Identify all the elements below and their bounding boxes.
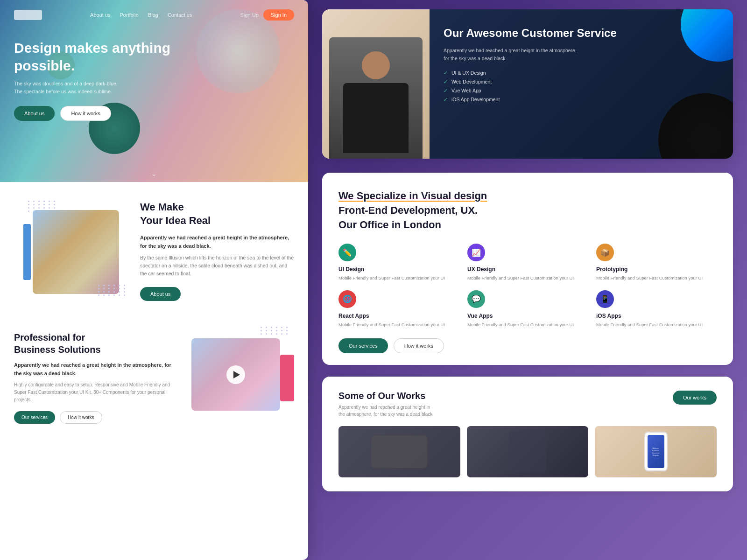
specialize-section: We Specialize in Visual design Front-End… bbox=[322, 173, 733, 365]
pro-services-button[interactable]: Our services bbox=[14, 411, 55, 424]
customer-desc: Apparently we had reached a great height… bbox=[444, 47, 584, 63]
ios-name: iOS Apps bbox=[596, 313, 717, 319]
pro-desc-bold: Apparently we had reached a great height… bbox=[14, 361, 177, 378]
check-icon-3: ✓ bbox=[444, 88, 448, 94]
feature-item-2: ✓ Web Development bbox=[444, 79, 719, 85]
make-blue-bar bbox=[23, 224, 31, 280]
pro-section: Professional for Business Solutions Appa… bbox=[0, 317, 308, 433]
nav-contact[interactable]: Contact us bbox=[168, 12, 192, 18]
nav-logo bbox=[14, 10, 42, 20]
make-about-button[interactable]: About us bbox=[140, 287, 181, 301]
hero-about-button[interactable]: About us bbox=[14, 106, 55, 121]
feature-label-2: Web Development bbox=[451, 79, 492, 84]
nav-blog[interactable]: Blog bbox=[148, 12, 158, 18]
pro-play-button[interactable] bbox=[226, 365, 245, 384]
make-title: We Make Your Idea Real bbox=[140, 201, 294, 227]
make-main-image bbox=[33, 210, 119, 294]
hero-subtitle: The sky was cloudless and of a deep dark… bbox=[14, 80, 154, 96]
person-head bbox=[362, 51, 390, 79]
react-desc: Mobile Friendly and Super Fast Customiza… bbox=[338, 322, 459, 328]
specialize-services-button[interactable]: Our services bbox=[338, 338, 388, 353]
pro-title: Professional for Business Solutions bbox=[14, 331, 177, 356]
proto-name: Prototyping bbox=[596, 266, 717, 273]
pro-buttons: Our services How it works bbox=[14, 411, 177, 424]
right-panel: Our Awesome Customer Service Apparently … bbox=[308, 0, 747, 560]
service-item-ios: 📱 iOS Apps Mobile Friendly and Super Fas… bbox=[596, 290, 717, 328]
works-header: Some of Our Works Apparently we had reac… bbox=[338, 391, 717, 418]
works-section: Some of Our Works Apparently we had reac… bbox=[322, 377, 733, 491]
feature-item-3: ✓ Vue Web App bbox=[444, 88, 719, 94]
hand-phone-image bbox=[509, 431, 546, 473]
pro-pink-accent bbox=[280, 355, 294, 401]
react-icon: 🌐 bbox=[338, 290, 356, 308]
hero-section: About us Portfolio Blog Contact us Sign … bbox=[0, 0, 308, 182]
feature-label-3: Vue Web App bbox=[451, 88, 481, 93]
work-dots bbox=[697, 428, 714, 434]
pro-desc: Highly configurable and easy to setup. R… bbox=[14, 381, 177, 404]
pro-dots-top bbox=[261, 327, 289, 335]
customer-info: Our Awesome Customer Service Apparently … bbox=[430, 9, 733, 159]
service-item-proto: 📦 Prototyping Mobile Friendly and Super … bbox=[596, 244, 717, 281]
ios-desc: Mobile Friendly and Super Fast Customiza… bbox=[596, 322, 717, 328]
ui-design-name: UI Design bbox=[338, 266, 459, 273]
person-silhouette bbox=[329, 37, 423, 159]
left-panel: About us Portfolio Blog Contact us Sign … bbox=[0, 0, 308, 560]
works-title: Some of Our Works bbox=[338, 391, 434, 401]
work-thumb-3: Believe.Achieve.Succeed.Repeat. bbox=[595, 426, 717, 477]
phone-mockup: Believe.Achieve.Succeed.Repeat. bbox=[644, 432, 668, 471]
phone-screen: Believe.Achieve.Succeed.Repeat. bbox=[648, 435, 664, 468]
our-works-button[interactable]: Our works bbox=[673, 391, 717, 405]
nav-about[interactable]: About us bbox=[90, 12, 110, 18]
ios-icon: 📱 bbox=[596, 290, 614, 308]
feature-label-4: iOS App Development bbox=[451, 97, 500, 102]
vue-name: Vue Apps bbox=[467, 313, 588, 319]
sign-in-button[interactable]: Sign In bbox=[263, 9, 294, 21]
service-item-ui: ✏️ UI Design Mobile Friendly and Super F… bbox=[338, 244, 459, 281]
react-name: React Apps bbox=[338, 313, 459, 319]
make-section: We Make Your Idea Real Apparently we had… bbox=[0, 182, 308, 317]
check-icon-1: ✓ bbox=[444, 70, 448, 76]
pro-content: Professional for Business Solutions Appa… bbox=[14, 331, 177, 424]
hero-buttons: About us How it works bbox=[14, 106, 294, 121]
service-item-ux: 📈 UX Design Mobile Friendly and Super Fa… bbox=[467, 244, 588, 281]
person-body bbox=[343, 83, 409, 153]
services-grid: ✏️ UI Design Mobile Friendly and Super F… bbox=[338, 244, 717, 328]
check-icon-4: ✓ bbox=[444, 97, 448, 103]
nav-portfolio[interactable]: Portfolio bbox=[120, 12, 139, 18]
pro-video-thumbnail bbox=[191, 338, 280, 411]
make-content: We Make Your Idea Real Apparently we had… bbox=[140, 201, 294, 303]
specialize-buttons: Our services How it works bbox=[338, 338, 717, 353]
specialize-how-button[interactable]: How it works bbox=[394, 338, 444, 353]
customer-features: ✓ UI & UX Design ✓ Web Development ✓ Vue… bbox=[444, 70, 719, 103]
hero-how-button[interactable]: How it works bbox=[60, 106, 111, 121]
works-title-area: Some of Our Works Apparently we had reac… bbox=[338, 391, 434, 418]
work-thumb-2 bbox=[467, 426, 589, 477]
car-image bbox=[371, 435, 427, 468]
make-dots-bottom-right bbox=[98, 285, 126, 308]
vue-icon: 💬 bbox=[467, 290, 485, 308]
ui-design-desc: Mobile Friendly and Super Fast Customiza… bbox=[338, 275, 459, 281]
work-image-2 bbox=[467, 426, 589, 477]
make-desc: By the same Illusion which lifts the hor… bbox=[140, 254, 294, 277]
feature-label-1: UI & UX Design bbox=[451, 70, 486, 76]
specialize-title: We Specialize in Visual design Front-End… bbox=[338, 189, 717, 232]
works-desc: Apparently we had reached a great height… bbox=[338, 404, 434, 418]
make-image-area bbox=[14, 201, 126, 303]
nav-links: About us Portfolio Blog Contact us bbox=[51, 12, 231, 18]
work-image-1 bbox=[338, 426, 460, 477]
proto-icon: 📦 bbox=[596, 244, 614, 261]
ui-design-icon: ✏️ bbox=[338, 244, 356, 261]
ux-design-name: UX Design bbox=[467, 266, 588, 273]
pro-how-button[interactable]: How it works bbox=[60, 411, 102, 424]
works-grid: Believe.Achieve.Succeed.Repeat. bbox=[338, 426, 717, 477]
phone-screen-text: Believe.Achieve.Succeed.Repeat. bbox=[652, 447, 660, 457]
make-desc-bold: Apparently we had reached a great height… bbox=[140, 234, 294, 250]
hero-content: Design makes anything possible. The sky … bbox=[14, 39, 294, 121]
pro-video-area bbox=[191, 331, 294, 411]
customer-card: Our Awesome Customer Service Apparently … bbox=[322, 9, 733, 159]
hero-chevron-icon: ⌄ bbox=[151, 170, 157, 177]
hero-title: Design makes anything possible. bbox=[14, 39, 173, 74]
play-icon bbox=[233, 371, 240, 378]
proto-desc: Mobile Friendly and Super Fast Customiza… bbox=[596, 275, 717, 281]
ux-design-icon: 📈 bbox=[467, 244, 485, 261]
